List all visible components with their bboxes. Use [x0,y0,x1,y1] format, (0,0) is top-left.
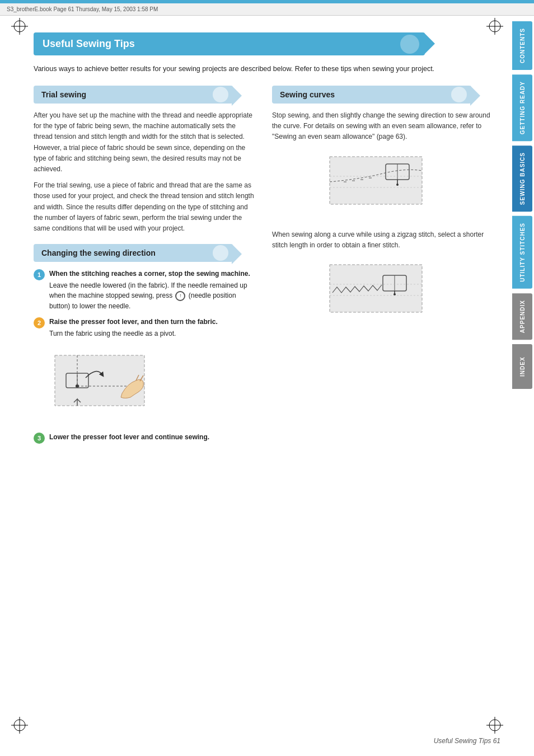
svg-point-24 [396,184,399,186]
svg-point-35 [394,293,396,295]
sidebar-tab-contents[interactable]: CONTENTS [512,21,532,70]
sidebar-tab-sewing-basics[interactable]: SEWING BASICS [512,145,532,212]
sidebar-tab-sewing-basics-label: SEWING BASICS [519,152,526,205]
sidebar-tab-appendix-label: APPENDIX [519,300,526,333]
footer-text: Useful Sewing Tips 61 [434,737,500,745]
curves-diagram-1-svg [327,148,433,221]
changing-direction-header: Changing the sewing direction [34,244,233,262]
svg-rect-12 [55,355,144,406]
page-footer: Useful Sewing Tips 61 [434,737,500,745]
trial-sewing-para2: For the trial sewing, use a piece of fab… [34,180,255,234]
sewing-curves-arrow-icon [451,87,467,102]
step-2-title: Raise the presser foot lever, and then t… [49,317,255,327]
step-2-number: 2 [34,317,45,328]
main-section-header: Useful Sewing Tips [34,32,425,55]
header-arrow-icon [400,35,419,54]
intro-text: Various ways to achieve better results f… [34,63,494,74]
pivot-diagram-svg [49,344,161,425]
sidebar-tab-utility-stitches[interactable]: UTILITY STITCHES [512,216,532,289]
trial-sewing-arrow-icon [213,87,228,102]
curves-diagram-1 [327,148,439,223]
sidebar-tab-index-label: INDEX [519,357,526,377]
step-3-content: Lower the presser foot lever and continu… [49,432,255,444]
sidebar-tab-appendix[interactable]: APPENDIX [512,293,532,340]
sidebar-tab-index[interactable]: INDEX [512,344,532,389]
step-2: 2 Raise the presser foot lever, and then… [34,317,255,339]
step-1-content: When the stitching reaches a corner, sto… [49,269,255,311]
sidebar-tabs: CONTENTS GETTING READY SEWING BASICS UTI… [510,16,534,726]
sidebar-tab-getting-ready-label: GETTING READY [519,81,526,134]
trial-sewing-header: Trial sewing [34,86,233,104]
sewing-curves-header: Sewing curves [272,86,471,104]
changing-direction-arrow-icon [213,245,228,261]
step-2-content: Raise the presser foot lever, and then t… [49,317,255,339]
left-column: Trial sewing After you have set up the m… [34,86,255,449]
needle-position-icon: ↑ [175,291,185,301]
step-1: 1 When the stitching reaches a corner, s… [34,269,255,311]
step-1-number: 1 [34,269,45,280]
sidebar-tab-getting-ready[interactable]: GETTING READY [512,74,532,141]
sidebar-tab-contents-label: CONTENTS [519,28,526,63]
curves-diagram-2 [327,256,439,331]
step-3-title: Lower the presser foot lever and continu… [49,432,255,442]
right-column: Sewing curves Stop sewing, and then slig… [272,86,494,449]
step-3: 3 Lower the presser foot lever and conti… [34,432,255,444]
step-2-diagram [49,344,161,425]
step-3-number: 3 [34,433,45,444]
file-info-bar: S3_brotherE.book Page 61 Thursday, May 1… [0,3,534,16]
changing-direction-title: Changing the sewing direction [41,248,156,257]
trial-sewing-title: Trial sewing [41,90,86,99]
main-content: Useful Sewing Tips Various ways to achie… [0,16,510,726]
trial-sewing-para1: After you have set up the machine with t… [34,110,255,175]
step-1-title: When the stitching reaches a corner, sto… [49,269,255,279]
main-section-title: Useful Sewing Tips [43,38,135,50]
sidebar-tab-utility-stitches-label: UTILITY STITCHES [519,223,526,282]
sewing-curves-para1: Stop sewing, and then slightly change th… [272,110,494,143]
sewing-curves-para2: When sewing along a curve while using a … [272,229,494,251]
curves-diagram-2-svg [327,256,433,329]
step-2-text: Turn the fabric using the needle as a pi… [49,330,176,337]
file-info-text: S3_brotherE.book Page 61 Thursday, May 1… [7,6,158,12]
two-column-layout: Trial sewing After you have set up the m… [34,86,494,449]
sewing-curves-title: Sewing curves [280,90,335,99]
